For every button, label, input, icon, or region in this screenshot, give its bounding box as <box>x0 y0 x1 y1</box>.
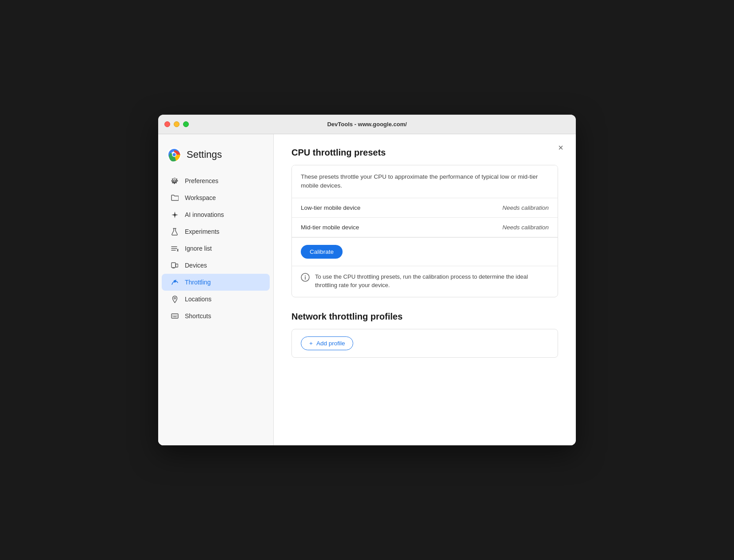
low-tier-row: Low-tier mobile device Needs calibration <box>292 198 558 218</box>
sidebar-item-locations[interactable]: Locations <box>162 291 270 308</box>
sidebar-header: Settings <box>158 143 273 172</box>
main-content: × CPU throttling presets These presets t… <box>274 134 576 445</box>
window-title: DevTools - www.google.com/ <box>327 121 407 128</box>
network-throttling-card: + Add profile <box>291 329 558 358</box>
ignore-list-icon <box>171 244 179 252</box>
calibrate-action: Calibrate <box>292 237 558 266</box>
settings-close-button[interactable]: × <box>554 141 567 154</box>
devtools-window: DevTools - www.google.com/ <box>158 115 576 445</box>
pin-icon <box>171 295 179 303</box>
svg-rect-13 <box>176 264 178 267</box>
flask-icon <box>171 228 179 236</box>
sidebar-item-throttling-label: Throttling <box>185 279 211 286</box>
sidebar: Settings Preferences <box>158 134 274 445</box>
calibration-notice: To use the CPU throttling presets, run t… <box>292 266 558 297</box>
calibration-notice-text: To use the CPU throttling presets, run t… <box>315 272 549 290</box>
keyboard-icon <box>171 312 179 320</box>
svg-rect-12 <box>172 263 176 268</box>
network-section-title: Network throttling profiles <box>291 312 558 322</box>
mid-tier-row: Mid-tier mobile device Needs calibration <box>292 218 558 237</box>
sidebar-item-workspace-label: Workspace <box>185 194 216 201</box>
sidebar-item-devices-label: Devices <box>185 262 207 269</box>
sparkle-icon <box>171 211 179 219</box>
traffic-lights <box>164 121 189 127</box>
minimize-traffic-light[interactable] <box>174 121 180 127</box>
sidebar-title: Settings <box>187 149 222 160</box>
low-tier-label: Low-tier mobile device <box>301 204 360 211</box>
sidebar-item-preferences-label: Preferences <box>185 177 218 184</box>
low-tier-value: Needs calibration <box>503 204 549 211</box>
svg-point-5 <box>173 153 176 156</box>
sidebar-item-shortcuts-label: Shortcuts <box>185 312 211 320</box>
sidebar-item-workspace[interactable]: Workspace <box>162 189 270 206</box>
add-profile-label: Add profile <box>316 340 345 347</box>
cpu-section-title: CPU throttling presets <box>291 148 558 158</box>
sidebar-item-ai-innovations-label: AI innovations <box>185 211 224 218</box>
svg-rect-18 <box>172 314 178 318</box>
add-profile-button[interactable]: + Add profile <box>301 336 353 350</box>
folder-icon <box>171 194 179 202</box>
svg-point-29 <box>305 275 306 276</box>
throttle-icon <box>171 278 179 286</box>
sidebar-item-experiments[interactable]: Experiments <box>162 223 270 240</box>
devices-icon <box>171 261 179 269</box>
cpu-throttling-card: These presets throttle your CPU to appro… <box>291 165 558 297</box>
sidebar-item-preferences[interactable]: Preferences <box>162 172 270 189</box>
chrome-icon <box>167 148 181 162</box>
titlebar: DevTools - www.google.com/ <box>158 115 576 134</box>
sidebar-item-ignore-list-label: Ignore list <box>185 245 212 252</box>
sidebar-nav: Preferences Workspace <box>158 172 273 324</box>
sidebar-item-ignore-list[interactable]: Ignore list <box>162 240 270 257</box>
mid-tier-value: Needs calibration <box>503 224 549 231</box>
sidebar-item-experiments-label: Experiments <box>185 228 219 235</box>
close-traffic-light[interactable] <box>164 121 170 127</box>
maximize-traffic-light[interactable] <box>183 121 189 127</box>
window-body: Settings Preferences <box>158 134 576 445</box>
calibrate-button[interactable]: Calibrate <box>301 245 343 259</box>
cpu-card-description: These presets throttle your CPU to appro… <box>292 165 558 198</box>
network-card-body: + Add profile <box>292 329 558 357</box>
gear-icon <box>171 177 179 185</box>
svg-point-17 <box>174 297 176 299</box>
sidebar-item-throttling[interactable]: Throttling <box>162 274 270 291</box>
mid-tier-label: Mid-tier mobile device <box>301 224 359 231</box>
sidebar-item-shortcuts[interactable]: Shortcuts <box>162 308 270 324</box>
sidebar-item-ai-innovations[interactable]: AI innovations <box>162 206 270 223</box>
info-icon <box>301 273 310 282</box>
sidebar-item-locations-label: Locations <box>185 296 211 303</box>
add-profile-plus-icon: + <box>309 340 313 347</box>
sidebar-item-devices[interactable]: Devices <box>162 257 270 274</box>
